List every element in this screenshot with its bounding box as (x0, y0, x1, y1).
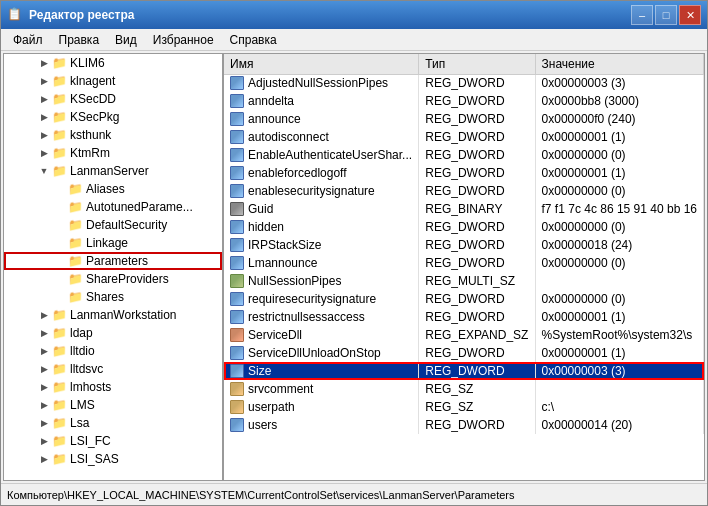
table-row[interactable]: userpathREG_SZc:\ (224, 398, 704, 416)
expander-icon[interactable]: ▶ (36, 343, 52, 359)
tree-pane[interactable]: ▶📁KLIM6▶📁klnagent▶📁KSecDD▶📁KSecPkg▶📁ksth… (4, 54, 224, 480)
tree-item-ksecpkg[interactable]: ▶📁KSecPkg (4, 108, 222, 126)
table-row[interactable]: ServiceDllREG_EXPAND_SZ%SystemRoot%\syst… (224, 326, 704, 344)
tree-item-ldap[interactable]: ▶📁ldap (4, 324, 222, 342)
dword-icon (230, 364, 244, 378)
expander-icon[interactable]: ▶ (36, 415, 52, 431)
table-row[interactable]: requiresecuritysignatureREG_DWORD0x00000… (224, 290, 704, 308)
expander-icon[interactable]: ▶ (36, 55, 52, 71)
tree-item-lltdsvc[interactable]: ▶📁lltdsvc (4, 360, 222, 378)
expander-icon[interactable] (52, 271, 68, 287)
expander-icon[interactable]: ▶ (36, 307, 52, 323)
reg-value-cell: 0x00000001 (1) (535, 344, 703, 362)
reg-name-text: users (248, 418, 277, 432)
expander-icon[interactable] (52, 253, 68, 269)
reg-name-text: Guid (248, 202, 273, 216)
reg-name-text: hidden (248, 220, 284, 234)
expander-icon[interactable] (52, 289, 68, 305)
reg-name-text: requiresecuritysignature (248, 292, 376, 306)
table-row[interactable]: hiddenREG_DWORD0x00000000 (0) (224, 218, 704, 236)
expander-icon[interactable]: ▶ (36, 361, 52, 377)
tree-item-lmhosts[interactable]: ▶📁lmhosts (4, 378, 222, 396)
reg-type-cell: REG_EXPAND_SZ (419, 326, 535, 344)
tree-item-shareproviders[interactable]: 📁ShareProviders (4, 270, 222, 288)
table-row[interactable]: NullSessionPipesREG_MULTI_SZ (224, 272, 704, 290)
maximize-button[interactable]: □ (655, 5, 677, 25)
reg-name-cell: Guid (224, 200, 419, 218)
tree-item-ktmrm[interactable]: ▶📁KtmRm (4, 144, 222, 162)
expander-icon[interactable]: ▶ (36, 127, 52, 143)
tree-item-klim6[interactable]: ▶📁KLIM6 (4, 54, 222, 72)
reg-value-cell: c:\ (535, 398, 703, 416)
tree-item-klnagent[interactable]: ▶📁klnagent (4, 72, 222, 90)
expander-icon[interactable]: ▶ (36, 145, 52, 161)
expander-icon[interactable] (52, 217, 68, 233)
table-row[interactable]: AdjustedNullSessionPipesREG_DWORD0x00000… (224, 74, 704, 92)
tree-item-lanmanworkstation[interactable]: ▶📁LanmanWorkstation (4, 306, 222, 324)
table-header-row: Имя Тип Значение (224, 54, 704, 74)
minimize-button[interactable]: – (631, 5, 653, 25)
table-row[interactable]: IRPStackSizeREG_DWORD0x00000018 (24) (224, 236, 704, 254)
tree-item-lanmanserver[interactable]: ▼📁LanmanServer (4, 162, 222, 180)
table-row[interactable]: autodisconnectREG_DWORD0x00000001 (1) (224, 128, 704, 146)
tree-item-lltdio[interactable]: ▶📁lltdio (4, 342, 222, 360)
table-row[interactable]: EnableAuthenticateUserShar...REG_DWORD0x… (224, 146, 704, 164)
expander-icon[interactable]: ▼ (36, 163, 52, 179)
table-row[interactable]: SizeREG_DWORD0x00000003 (3) (224, 362, 704, 380)
table-row[interactable]: enableforcedlogoffREG_DWORD0x00000001 (1… (224, 164, 704, 182)
tree-item-ksthunk[interactable]: ▶📁ksthunk (4, 126, 222, 144)
reg-name-text: ServiceDllUnloadOnStop (248, 346, 381, 360)
tree-item-label: DefaultSecurity (86, 218, 171, 232)
tree-item-lms[interactable]: ▶📁LMS (4, 396, 222, 414)
menu-file[interactable]: Файл (5, 31, 51, 49)
tree-item-lsi_sas[interactable]: ▶📁LSI_SAS (4, 450, 222, 468)
reg-type-cell: REG_DWORD (419, 236, 535, 254)
tree-item-linkage[interactable]: 📁Linkage (4, 234, 222, 252)
folder-icon: 📁 (68, 272, 84, 286)
expander-icon[interactable]: ▶ (36, 109, 52, 125)
table-row[interactable]: usersREG_DWORD0x00000014 (20) (224, 416, 704, 434)
table-row[interactable]: LmannounceREG_DWORD0x00000000 (0) (224, 254, 704, 272)
menu-edit[interactable]: Правка (51, 31, 108, 49)
table-row[interactable]: restrictnullsessaccessREG_DWORD0x0000000… (224, 308, 704, 326)
expander-icon[interactable]: ▶ (36, 73, 52, 89)
reg-type-cell: REG_DWORD (419, 74, 535, 92)
expander-icon[interactable] (52, 235, 68, 251)
tree-item-lsi_fc[interactable]: ▶📁LSI_FC (4, 432, 222, 450)
table-row[interactable]: enablesecuritysignatureREG_DWORD0x000000… (224, 182, 704, 200)
expander-icon[interactable]: ▶ (36, 91, 52, 107)
table-row[interactable]: srvcommentREG_SZ (224, 380, 704, 398)
expander-icon[interactable]: ▶ (36, 451, 52, 467)
reg-name-cell: users (224, 416, 419, 434)
tree-item-aliases[interactable]: 📁Aliases (4, 180, 222, 198)
expander-icon[interactable] (52, 181, 68, 197)
tree-item-defaultsecurity[interactable]: 📁DefaultSecurity (4, 216, 222, 234)
menu-favorites[interactable]: Избранное (145, 31, 222, 49)
table-row[interactable]: anndeltaREG_DWORD0x0000bb8 (3000) (224, 92, 704, 110)
title-bar: 📋 Редактор реестра – □ ✕ (1, 1, 707, 29)
expander-icon[interactable] (52, 199, 68, 215)
tree-item-autotuned[interactable]: 📁AutotunedParame... (4, 198, 222, 216)
registry-pane[interactable]: Имя Тип Значение AdjustedNullSessionPipe… (224, 54, 704, 480)
menu-view[interactable]: Вид (107, 31, 145, 49)
menu-help[interactable]: Справка (222, 31, 285, 49)
close-button[interactable]: ✕ (679, 5, 701, 25)
table-row[interactable]: announceREG_DWORD0x000000f0 (240) (224, 110, 704, 128)
tree-item-parameters[interactable]: 📁Parameters (4, 252, 222, 270)
reg-name-text: restrictnullsessaccess (248, 310, 365, 324)
expander-icon[interactable]: ▶ (36, 397, 52, 413)
reg-name-cell: ServiceDllUnloadOnStop (224, 344, 419, 362)
tree-item-lsa[interactable]: ▶📁Lsa (4, 414, 222, 432)
tree-item-shares[interactable]: 📁Shares (4, 288, 222, 306)
expander-icon[interactable]: ▶ (36, 379, 52, 395)
reg-value-cell: 0x00000001 (1) (535, 308, 703, 326)
expander-icon[interactable]: ▶ (36, 433, 52, 449)
reg-value-cell (535, 380, 703, 398)
tree-item-label: LanmanServer (70, 164, 153, 178)
tree-item-ksecdd[interactable]: ▶📁KSecDD (4, 90, 222, 108)
expander-icon[interactable]: ▶ (36, 325, 52, 341)
reg-type-cell: REG_DWORD (419, 290, 535, 308)
table-row[interactable]: ServiceDllUnloadOnStopREG_DWORD0x0000000… (224, 344, 704, 362)
table-row[interactable]: GuidREG_BINARYf7 f1 7c 4c 86 15 91 40 bb… (224, 200, 704, 218)
folder-icon: 📁 (52, 128, 68, 142)
